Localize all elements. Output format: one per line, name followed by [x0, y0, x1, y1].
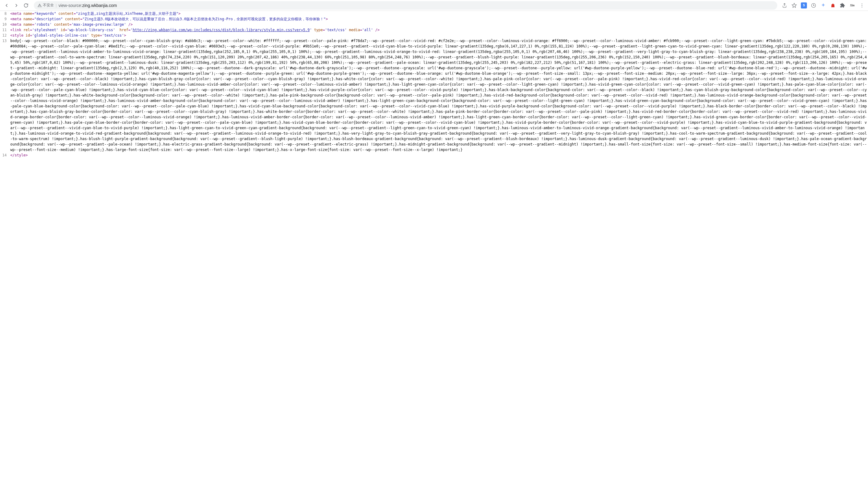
- address-bar[interactable]: 不安全 | view-source:zing.wkbanjia.com: [34, 1, 777, 10]
- forward-button[interactable]: [12, 1, 21, 10]
- share-button[interactable]: [781, 2, 788, 9]
- back-button[interactable]: [2, 1, 11, 10]
- line-number: 12: [0, 33, 9, 38]
- extension-shopping[interactable]: [829, 2, 837, 9]
- extension-clock[interactable]: [810, 2, 817, 9]
- line-code[interactable]: <link rel='stylesheet' id='wp-block-libr…: [9, 27, 868, 33]
- line-code[interactable]: <meta name="keywords" content="zing主题,zi…: [9, 11, 868, 16]
- warning-icon: [37, 3, 42, 8]
- line-number: 14: [0, 152, 9, 158]
- puzzle-icon: [840, 3, 845, 8]
- source-line: 11<link rel='stylesheet' id='wp-block-li…: [0, 27, 868, 33]
- svg-point-1: [862, 3, 862, 4]
- source-line: 12<style id='global-styles-inline-css' t…: [0, 33, 868, 38]
- browser-toolbar: 不安全 | view-source:zing.wkbanjia.com S Xi…: [0, 0, 868, 11]
- line-code[interactable]: <meta name="description" content="Zing主题…: [9, 16, 868, 22]
- clock-icon: [811, 3, 816, 8]
- share-icon: [782, 3, 787, 8]
- line-code[interactable]: <meta name='robots' content='max-image-p…: [9, 22, 868, 27]
- line-number: 8: [0, 11, 9, 16]
- source-line: 8<meta name="keywords" content="zing主题,z…: [0, 11, 868, 16]
- line-number: 10: [0, 22, 9, 27]
- source-link[interactable]: http://zing.wkbanjia.com/wp-includes/css…: [133, 28, 310, 32]
- extensions-button[interactable]: [839, 2, 846, 9]
- source-line: 14</style>: [0, 152, 868, 158]
- security-text: 不安全: [43, 3, 54, 8]
- extension-spark[interactable]: [820, 2, 827, 9]
- source-view[interactable]: 8<meta name="keywords" content="zing主题,z…: [0, 11, 868, 158]
- line-code[interactable]: <style id='global-styles-inline-css' typ…: [9, 33, 868, 38]
- s-icon: S: [801, 2, 807, 9]
- shopping-bag-icon: [830, 3, 836, 8]
- reload-icon: [23, 3, 29, 8]
- url-text: view-source:zing.wkbanjia.com: [58, 3, 774, 8]
- line-number: 11: [0, 27, 9, 33]
- svg-point-3: [862, 7, 862, 7]
- extension-xin[interactable]: Xin: [849, 2, 856, 9]
- arrow-right-icon: [14, 3, 19, 8]
- svg-point-2: [862, 5, 862, 6]
- menu-dots-icon: [859, 3, 865, 8]
- menu-button[interactable]: [858, 2, 866, 9]
- xin-icon: Xin: [849, 2, 855, 9]
- source-line: 10<meta name='robots' content='max-image…: [0, 22, 868, 27]
- reload-button[interactable]: [22, 1, 30, 10]
- bookmark-button[interactable]: [791, 2, 798, 9]
- line-number: 13: [0, 38, 9, 152]
- arrow-left-icon: [4, 3, 9, 8]
- extension-s[interactable]: S: [800, 2, 807, 9]
- spark-icon: [821, 3, 826, 8]
- source-line: 9<meta name="description" content="Zing主…: [0, 16, 868, 22]
- line-code[interactable]: body{--wp--preset--color--black: #000000…: [9, 38, 868, 152]
- toolbar-actions: S Xin: [781, 2, 866, 9]
- line-code[interactable]: </style>: [9, 152, 868, 158]
- security-indicator[interactable]: 不安全: [37, 3, 54, 8]
- star-icon: [792, 3, 797, 8]
- source-line: 13body{--wp--preset--color--black: #0000…: [0, 38, 868, 152]
- line-number: 9: [0, 16, 9, 22]
